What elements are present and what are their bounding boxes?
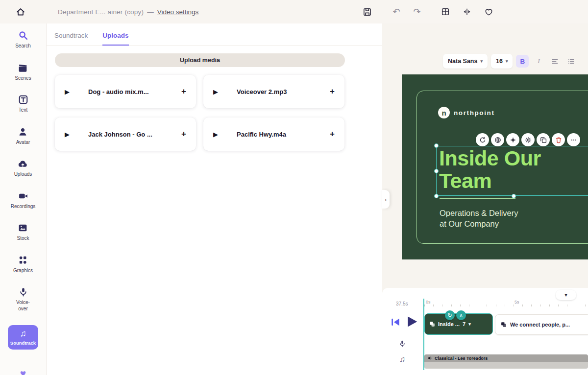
settings-button[interactable]	[521, 133, 535, 146]
add-icon[interactable]: +	[181, 129, 186, 139]
playhead[interactable]	[423, 299, 424, 370]
voiceover-track-button[interactable]	[398, 340, 406, 348]
sidebar-item-stock[interactable]: Stock	[17, 223, 29, 242]
stock-icon	[18, 223, 28, 233]
font-size-select[interactable]: 16 ▾	[491, 54, 513, 69]
element-toolbar	[476, 133, 580, 146]
duplicate-button[interactable]	[537, 133, 550, 146]
media-card[interactable]: ▶ Jack Johnson - Go ... +	[55, 117, 196, 151]
media-card[interactable]: ▶ Dog - audio mix.m... +	[55, 75, 196, 108]
media-panel: Soundtrack Uploads Upload media ▶ Dog - …	[47, 23, 382, 375]
more-button[interactable]	[567, 133, 580, 146]
sidebar-item-uploads[interactable]: Uploads	[14, 159, 32, 178]
audio-clip[interactable]: Classical - Les Toreadors	[424, 354, 588, 369]
soundtrack-icon: ♫	[20, 329, 26, 338]
sidebar-item-label: Soundtrack	[10, 340, 36, 346]
sidebar-item-recordings[interactable]: Recordings	[11, 191, 36, 210]
clip-expand-button[interactable]: ∧	[456, 310, 466, 320]
ruler-tick-label: 5s	[514, 300, 519, 305]
regenerate-button[interactable]	[476, 133, 489, 146]
font-family-select[interactable]: Nata Sans ▾	[443, 54, 488, 69]
audio-clip-waveform	[424, 362, 588, 369]
home-icon	[16, 7, 25, 17]
media-name: Pacific Hwy.m4a	[237, 131, 330, 138]
layout-grid-icon	[441, 7, 450, 16]
sidebar-item-scenes[interactable]: Scenes	[15, 63, 31, 82]
play-icon[interactable]: ▶	[65, 88, 72, 95]
project-title-area: Department E... ainer (copy) — Video set…	[58, 0, 198, 23]
clip-animate-button[interactable]: ↻	[445, 310, 455, 320]
sidebar-item-graphics[interactable]: Graphics	[13, 255, 33, 274]
slide-subtitle[interactable]: Operations & Delivery at Our Company	[440, 208, 518, 230]
align-button[interactable]	[548, 55, 561, 68]
delete-button[interactable]	[552, 133, 565, 146]
sidebar-item-soundtrack[interactable]: ♫ Soundtrack	[8, 325, 38, 350]
timeline-clip-next[interactable]: We connect people, p...	[495, 314, 588, 335]
selection-handle[interactable]	[434, 194, 439, 198]
project-title: Department E... ainer (copy)	[58, 8, 144, 16]
italic-button[interactable]: I	[532, 55, 545, 68]
save-icon	[363, 7, 372, 17]
media-card[interactable]: ▶ Voiceover 2.mp3 +	[203, 75, 344, 108]
recordings-icon	[18, 191, 28, 201]
play-icon[interactable]: ▶	[213, 88, 220, 95]
play-icon[interactable]: ▶	[213, 131, 220, 138]
refresh-icon: ↻	[447, 312, 452, 319]
split-view-button[interactable]	[462, 6, 472, 17]
music-note-icon: ♫	[399, 355, 405, 363]
music-track-button[interactable]: ♫	[399, 355, 405, 364]
chevron-down-icon: ▾	[564, 292, 567, 298]
chevron-down-icon: ▾	[480, 59, 483, 64]
heart-icon	[484, 7, 493, 17]
play-icon[interactable]: ▶	[65, 131, 72, 138]
play-icon	[405, 314, 418, 329]
timeline-ruler[interactable]: 0s 5s	[424, 300, 588, 306]
favorites-heart-icon[interactable]: ♥	[20, 368, 26, 375]
video-editor-app: Department E... ainer (copy) — Video set…	[0, 0, 588, 375]
heading-line-2: Team	[439, 169, 541, 192]
undo-button[interactable]: ↶	[391, 6, 402, 17]
panel-collapse-button[interactable]: ‹	[382, 190, 390, 209]
align-icon	[551, 58, 559, 65]
effects-button[interactable]	[506, 133, 519, 146]
avatar-icon	[18, 127, 28, 137]
sidebar-item-avatar[interactable]: Avatar	[16, 127, 30, 146]
audio-clip-label: Classical - Les Toreadors	[435, 356, 488, 361]
media-card[interactable]: ▶ Pacific Hwy.m4a +	[203, 117, 344, 151]
selection-handle[interactable]	[434, 169, 439, 173]
bold-button[interactable]: B	[516, 55, 529, 68]
brand-name: northpoint	[454, 109, 494, 117]
selection-handle[interactable]	[512, 194, 516, 198]
play-button[interactable]	[405, 314, 419, 329]
slide-heading[interactable]: Inside Our Team	[439, 147, 541, 192]
sidebar-item-search[interactable]: Search	[15, 30, 31, 49]
timeline-collapse-button[interactable]: ▾	[556, 290, 576, 300]
upload-media-button[interactable]: Upload media	[55, 53, 345, 67]
add-icon[interactable]: +	[181, 87, 186, 96]
video-settings-link[interactable]: Video settings	[157, 8, 199, 16]
selection-handle[interactable]	[434, 143, 439, 148]
clip-count: 7	[463, 321, 466, 327]
tab-uploads[interactable]: Uploads	[102, 32, 128, 46]
sidebar-item-voiceover[interactable]: Voice-over	[14, 287, 32, 312]
save-button[interactable]	[362, 6, 372, 17]
add-icon[interactable]: +	[330, 129, 335, 139]
tab-soundtrack[interactable]: Soundtrack	[54, 32, 88, 46]
sidebar-item-label: Stock	[17, 235, 29, 242]
sparkle-icon	[510, 137, 516, 143]
home-button[interactable]	[15, 6, 26, 18]
list-button[interactable]	[564, 55, 577, 68]
skip-to-start-button[interactable]	[390, 317, 401, 328]
translate-button[interactable]	[491, 133, 504, 146]
layout-grid-button[interactable]	[440, 6, 451, 17]
favorite-button[interactable]	[483, 6, 494, 17]
text-format-toolbar: Nata Sans ▾ 16 ▾ B I	[443, 54, 577, 69]
sidebar-item-text[interactable]: Text	[18, 94, 28, 114]
scene-icon	[429, 321, 435, 327]
chevron-down-icon: ▾	[468, 322, 471, 327]
search-icon	[18, 30, 28, 41]
add-icon[interactable]: +	[330, 87, 335, 96]
video-canvas[interactable]: n northpoint	[402, 74, 588, 259]
sidebar-item-label: Search	[15, 43, 31, 49]
redo-button[interactable]: ↷	[412, 6, 422, 17]
